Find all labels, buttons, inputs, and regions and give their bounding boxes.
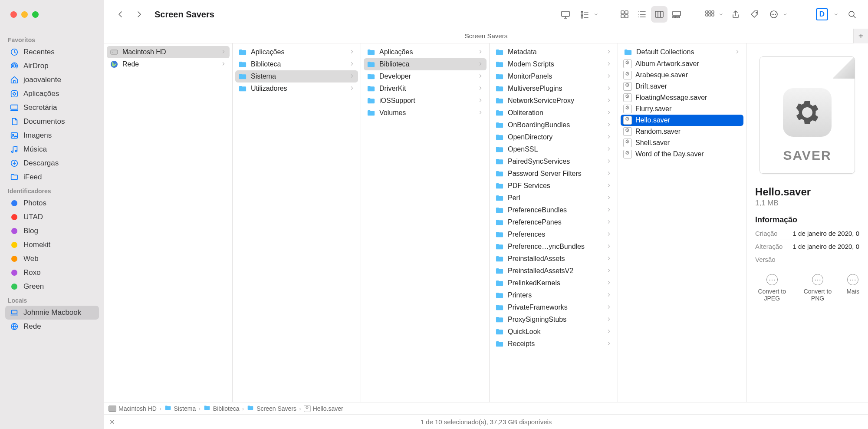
sidebar-item[interactable]: UTAD — [5, 210, 99, 224]
column-row[interactable]: Modem Scripts — [492, 58, 615, 70]
close-window[interactable] — [10, 11, 17, 18]
group-by[interactable] — [701, 6, 718, 23]
chevron-right-icon — [606, 231, 612, 238]
nav-back[interactable] — [112, 6, 128, 23]
column-row[interactable]: PDF Services — [492, 180, 615, 192]
dropdown-arrow-icon[interactable] — [592, 6, 600, 23]
column-row[interactable]: Hello.saver — [621, 115, 743, 126]
column-row[interactable]: FloatingMessage.saver — [621, 92, 743, 103]
column-row[interactable]: DriverKit — [364, 82, 487, 95]
new-tab-button[interactable]: + — [853, 29, 868, 43]
column-row[interactable]: Biblioteca — [235, 58, 358, 70]
sidebar-item[interactable]: Web — [5, 252, 99, 266]
chevron-right-icon — [221, 48, 226, 56]
row-label: Password Server Filters — [508, 170, 582, 178]
search-button[interactable] — [844, 6, 860, 23]
column-row[interactable]: Preference…yncBundles — [492, 241, 615, 253]
column-row[interactable]: OnBoardingBundles — [492, 119, 615, 131]
column-row[interactable]: Perl — [492, 192, 615, 204]
view-list[interactable] — [634, 6, 650, 23]
path-crumb[interactable]: Hello.saver — [304, 405, 343, 412]
column-row[interactable]: Macintosh HD — [107, 46, 230, 58]
dropdown-arrow-icon[interactable] — [781, 6, 789, 23]
sidebar-item[interactable]: Rede — [5, 320, 99, 333]
path-crumb[interactable]: Biblioteca — [203, 405, 240, 412]
sidebar-item[interactable]: joaovalente — [5, 73, 99, 87]
column-row[interactable]: Aplicações — [364, 46, 487, 58]
column-row[interactable]: Developer — [364, 70, 487, 82]
nav-forward[interactable] — [131, 6, 148, 23]
column-row[interactable]: MonitorPanels — [492, 70, 615, 82]
sidebar-item[interactable]: Photos — [5, 196, 99, 210]
column-row[interactable]: Sistema — [235, 70, 358, 82]
sidebar-item[interactable]: Homekit — [5, 238, 99, 252]
path-crumb[interactable]: Screen Savers — [247, 405, 296, 412]
column-row[interactable]: Utilizadores — [235, 82, 358, 95]
view-gallery[interactable] — [668, 6, 685, 23]
extension-badge[interactable]: D — [816, 8, 828, 20]
quick-action[interactable]: ⋯Mais — [846, 274, 859, 302]
sidebar-item[interactable]: Aplicações — [5, 87, 99, 101]
column-row[interactable]: NetworkServiceProxy — [492, 95, 615, 107]
column-row[interactable]: PrivateFrameworks — [492, 301, 615, 314]
column-row[interactable]: Drift.saver — [621, 81, 743, 92]
display-options[interactable] — [557, 6, 574, 23]
more-actions[interactable] — [766, 6, 782, 23]
sidebar-item[interactable]: Descargas — [5, 156, 99, 170]
column-row[interactable]: Shell.saver — [621, 137, 743, 148]
column-row[interactable]: Word of the Day.saver — [621, 148, 743, 160]
sidebar-item[interactable]: Música — [5, 142, 99, 156]
column-row[interactable]: Biblioteca — [364, 58, 487, 70]
column-row[interactable]: MultiversePlugins — [492, 82, 615, 95]
minimize-window[interactable] — [21, 11, 28, 18]
column-row[interactable]: Random.saver — [621, 126, 743, 137]
column-row[interactable]: PreinstalledAssetsV2 — [492, 265, 615, 277]
quick-action[interactable]: ⋯Convert to JPEG — [755, 274, 789, 302]
column-row[interactable]: Obliteration — [492, 107, 615, 119]
sidebar-item[interactable]: Documentos — [5, 115, 99, 129]
column-row[interactable]: PreinstalledAssets — [492, 253, 615, 265]
column-row[interactable]: iOSSupport — [364, 95, 487, 107]
column-row[interactable]: PairedSyncServices — [492, 155, 615, 168]
column-row[interactable]: PrelinkedKernels — [492, 277, 615, 289]
column-row[interactable]: Rede — [107, 58, 230, 70]
dropdown-arrow-icon[interactable] — [717, 6, 725, 23]
sidebar-item[interactable]: Imagens — [5, 129, 99, 142]
column-row[interactable]: Flurry.saver — [621, 103, 743, 115]
sidebar-item[interactable]: Secretária — [5, 101, 99, 115]
zoom-window[interactable] — [32, 11, 39, 18]
column-row[interactable]: Printers — [492, 289, 615, 301]
sidebar-item[interactable]: Recentes — [5, 45, 99, 59]
view-columns[interactable] — [651, 6, 667, 23]
column-row[interactable]: QuickLook — [492, 326, 615, 338]
path-crumb[interactable]: Sistema — [164, 405, 196, 412]
sidebar-item[interactable]: Blog — [5, 224, 99, 238]
column-row[interactable]: Metadata — [492, 46, 615, 58]
close-status-icon[interactable]: ✕ — [109, 418, 115, 426]
sidebar-item[interactable]: Roxo — [5, 266, 99, 280]
quick-action[interactable]: ⋯Convert to PNG — [802, 274, 834, 302]
column-row[interactable]: Arabesque.saver — [621, 69, 743, 81]
column-row[interactable]: PreferenceBundles — [492, 204, 615, 216]
badge-list-view[interactable] — [576, 6, 593, 23]
sidebar-item[interactable]: Green — [5, 280, 99, 294]
column-row[interactable]: Album Artwork.saver — [621, 58, 743, 69]
column-row[interactable]: OpenSSL — [492, 143, 615, 155]
dropdown-arrow-icon[interactable] — [831, 6, 841, 23]
column-row[interactable]: OpenDirectory — [492, 131, 615, 143]
column-row[interactable]: Password Server Filters — [492, 168, 615, 180]
sidebar-item[interactable]: iFeed — [5, 170, 99, 184]
share-button[interactable] — [727, 6, 744, 23]
sidebar-item[interactable]: AirDrop — [5, 59, 99, 73]
view-icons[interactable] — [616, 6, 633, 23]
column-row[interactable]: ProxySigningStubs — [492, 314, 615, 326]
tags-button[interactable] — [746, 6, 763, 23]
column-row[interactable]: Aplicações — [235, 46, 358, 58]
column-row[interactable]: Volumes — [364, 107, 487, 119]
sidebar-item[interactable]: Johnnie Macbook — [5, 306, 99, 320]
path-crumb[interactable]: Macintosh HD — [108, 405, 157, 412]
column-row[interactable]: Preferences — [492, 228, 615, 241]
column-row[interactable]: Default Collections — [621, 46, 743, 58]
column-row[interactable]: Receipts — [492, 338, 615, 350]
column-row[interactable]: PreferencePanes — [492, 216, 615, 228]
